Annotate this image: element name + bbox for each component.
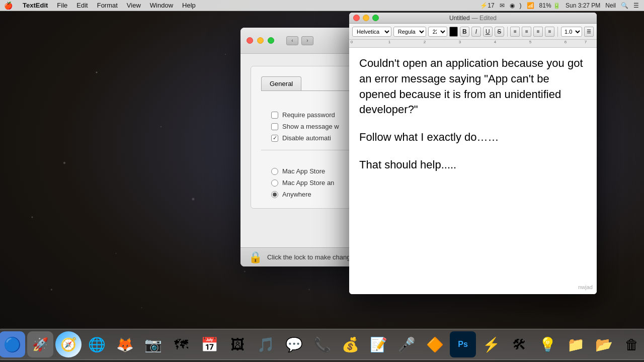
trash-icon[interactable]: 🗑 (619, 331, 644, 357)
radio-anywhere[interactable] (271, 191, 278, 198)
lock-text: Click the lock to make changes. (267, 253, 359, 261)
mail-icon: ✉ (499, 2, 506, 9)
radio-anywhere-label: Anywhere (282, 191, 311, 198)
textedit-maximize-button[interactable] (372, 15, 379, 21)
forward-button[interactable]: › (301, 36, 313, 45)
ruler-mark-7: 7 (585, 40, 587, 44)
firefox-icon[interactable]: 🦊 (112, 331, 138, 357)
safari-icon[interactable]: 🧭 (55, 331, 82, 357)
menubar: 🍎 TextEdit File Edit Format View Window … (0, 0, 644, 11)
file-menu-item[interactable]: File (53, 1, 71, 10)
show-message-label: Show a message w (282, 123, 339, 130)
battery-level: 81% 🔋 (538, 2, 561, 9)
italic-button[interactable]: I (471, 27, 481, 37)
require-password-checkbox[interactable] (271, 112, 278, 119)
disable-auto-checkbox[interactable] (271, 135, 278, 142)
vlc-icon[interactable]: 🔶 (422, 331, 448, 357)
skype-icon[interactable]: 📞 (309, 331, 335, 357)
battery-icon: ⚡17 (479, 2, 495, 9)
color-swatch[interactable] (449, 27, 458, 37)
finder-icon[interactable]: 🔵 (0, 331, 25, 357)
textedit-filename: Untitled (449, 15, 470, 22)
back-button[interactable]: ‹ (286, 36, 298, 45)
launchpad-icon[interactable]: 🚀 (27, 331, 53, 357)
apple-menu[interactable]: 🍎 (4, 2, 13, 10)
format-menu-item[interactable]: Format (93, 1, 122, 10)
chrome-icon[interactable]: 🌐 (84, 331, 110, 357)
font-size-selector[interactable]: 22 (428, 27, 447, 37)
folder2-icon[interactable]: 📂 (591, 331, 617, 357)
banktivity-icon[interactable]: 💰 (337, 331, 363, 357)
clock: Sun 3:27 PM (565, 2, 601, 9)
help-menu-item[interactable]: Help (178, 1, 200, 10)
textedit-close-button[interactable] (353, 15, 360, 21)
radio-mac-appstore-label: Mac App Store (282, 167, 325, 175)
minimize-button[interactable] (257, 37, 264, 44)
disable-auto-label: Disable automati (282, 134, 331, 142)
lock-icon[interactable]: 🔒 (249, 251, 262, 264)
bold-button[interactable]: B (460, 27, 469, 37)
textedit-menu-item[interactable]: TextEdit (19, 1, 52, 10)
bluetooth-icon: ◉ (509, 2, 516, 9)
maps-icon[interactable]: 🗺 (168, 331, 194, 357)
underline-button[interactable]: U (483, 27, 493, 37)
calendar-icon[interactable]: 📅 (196, 331, 222, 357)
view-menu-item[interactable]: View (123, 1, 145, 10)
strikethrough-button[interactable]: S (495, 27, 504, 37)
textedit-titlebar: Untitled — Edited (349, 13, 597, 24)
user-name: Neil (604, 2, 617, 9)
content-paragraph-2: Follow what I exactly do…… (359, 130, 587, 145)
require-password-label: Require password (282, 111, 335, 119)
itunes-icon[interactable]: 🎵 (253, 331, 279, 357)
font-selector[interactable]: Helvetica (352, 27, 391, 37)
font-style-selector[interactable]: Regular (393, 27, 426, 37)
coderunner-icon[interactable]: 🛠 (506, 331, 532, 357)
notification-icon[interactable]: ☰ (632, 2, 640, 9)
iphoto-icon[interactable]: 🖼 (224, 331, 251, 357)
photoshop-icon[interactable]: Ps (450, 331, 476, 357)
toolbar-separator-1 (507, 27, 508, 37)
photobooth-icon[interactable]: 📷 (140, 331, 166, 357)
radio-identified[interactable] (271, 179, 278, 187)
volume-icon: ) (519, 2, 523, 9)
messages-icon[interactable]: 💬 (281, 331, 307, 357)
list-button[interactable]: ☰ (584, 27, 594, 37)
textedit-minimize-button[interactable] (363, 15, 369, 21)
textedit-title-bar: Untitled — Edited (449, 15, 497, 22)
textedit-content[interactable]: Couldn't open an application because you… (349, 48, 597, 294)
ruler-mark-0: 0 (351, 40, 353, 44)
ruler-mark-4: 4 (494, 40, 496, 44)
radio-mac-appstore[interactable] (271, 168, 278, 175)
align-right-button[interactable]: ≡ (533, 27, 543, 37)
keynote-icon[interactable]: 🎤 (393, 331, 420, 357)
ruler-mark-6: 6 (565, 40, 567, 44)
edit-menu-item[interactable]: Edit (72, 1, 92, 10)
radio-identified-label: Mac App Store an (282, 179, 334, 187)
show-message-checkbox[interactable] (271, 123, 278, 130)
textedit-edited-badge: — Edited (472, 15, 497, 22)
close-button[interactable] (247, 37, 253, 44)
content-paragraph-3: That should help..... (359, 157, 587, 173)
quicksilver-icon[interactable]: ⚡ (478, 331, 504, 357)
textedit-window: Untitled — Edited Helvetica Regular 22 B… (349, 13, 597, 294)
content-paragraph-1: Couldn't open an application because you… (359, 56, 587, 118)
wifi-icon: 📶 (526, 2, 535, 9)
align-left-button[interactable]: ≡ (510, 27, 520, 37)
window-menu-item[interactable]: Window (146, 1, 177, 10)
setapp-icon[interactable]: 💡 (534, 331, 560, 357)
spotlight-icon[interactable]: 🔍 (620, 2, 629, 9)
align-center-button[interactable]: ≡ (522, 27, 531, 37)
line-spacing-selector[interactable]: 1.0 (561, 27, 582, 37)
ruler-mark-1: 1 (388, 40, 390, 44)
dock: 🔵 🚀 🧭 🌐 🦊 📷 🗺 📅 🖼 🎵 💬 (0, 326, 644, 362)
align-justify-button[interactable]: ≡ (545, 27, 554, 37)
dock-inner: 🔵 🚀 🧭 🌐 🦊 📷 🗺 📅 🖼 🎵 💬 (0, 329, 644, 360)
tab-general[interactable]: General (261, 76, 301, 90)
maximize-button[interactable] (268, 37, 274, 44)
sysprefs-toolbar: ‹ › (286, 36, 313, 45)
evernote-icon[interactable]: 📝 (365, 331, 391, 357)
folder1-icon[interactable]: 📁 (562, 331, 589, 357)
ruler-mark-5: 5 (529, 40, 531, 44)
watermark: nwjad (578, 284, 593, 290)
textedit-toolbar: Helvetica Regular 22 B I U S ≡ ≡ ≡ ≡ 1.0… (349, 24, 597, 40)
